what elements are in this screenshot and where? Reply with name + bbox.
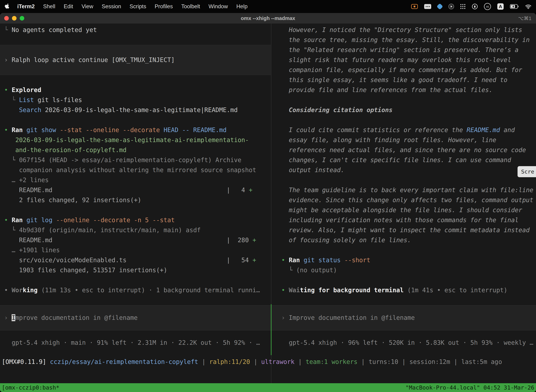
zoom-button[interactable] [20, 16, 24, 21]
terminal-line: • Waiting for background terminal (1m 41… [272, 285, 536, 295]
menu-item-session[interactable]: Session [102, 3, 121, 10]
terminal-line [0, 35, 271, 45]
screen-recording-indicator[interactable] [411, 4, 418, 9]
terminal-line [0, 115, 271, 125]
terminal-line: └ List git ls-files [0, 95, 271, 105]
terminal-line: The team guideline is to back every impo… [272, 185, 536, 195]
menu-item-edit[interactable]: Edit [64, 3, 73, 10]
terminal-line: Considering citation options [272, 105, 536, 115]
omx-status-bar: [OMX#0.11.9] cczip/essay/ai-reimplementa… [0, 357, 536, 367]
terminal-line: of focusing solely on file lines. [272, 235, 536, 245]
menu-item-window[interactable]: Window [209, 3, 228, 10]
terminal-line: references need actual files, and since … [272, 145, 536, 155]
terminal-line: the "Related research writing" section i… [272, 45, 536, 55]
apple-menu-icon[interactable] [5, 3, 10, 10]
terminal-line: slight risk that future readers may over… [272, 55, 536, 65]
raycast-icon[interactable] [437, 3, 443, 10]
terminal-line: README.md | 4 + [0, 185, 271, 195]
terminal-line [272, 275, 536, 285]
window-shortcut-hint: ⌥⌘1 [518, 15, 531, 21]
terminal-line: might be acceptable alongside the file l… [272, 205, 536, 215]
terminal-line: └ 4b9d30f (origin/main, instructkr/main,… [0, 225, 271, 235]
minimize-button[interactable] [12, 16, 17, 21]
pane-divider-active-segment [271, 304, 272, 355]
terminal-line: 2 files changed, 92 insertions(+) [0, 195, 271, 205]
tmux-session-name: [omx-cczip0:bash* [2, 384, 59, 391]
terminal-line [272, 245, 536, 255]
terminal-line [0, 75, 271, 85]
pane-left-scrollback: └ No agents completed yet› Ralph loop ac… [0, 25, 271, 295]
terminal-line [272, 95, 536, 105]
menu-items: iTerm2ShellEditViewSessionScriptsProfile… [17, 3, 248, 10]
pane-right[interactable]: However, I noticed the "Directory Struct… [272, 23, 536, 383]
battery-charging-icon[interactable] [510, 4, 519, 9]
pane-right-scrollback: However, I noticed the "Directory Struct… [272, 25, 536, 295]
menu-bar-left: iTerm2ShellEditViewSessionScriptsProfile… [5, 3, 248, 10]
circle-app-icon[interactable] [448, 4, 454, 9]
terminal-line: Search 2026-03-09-is-legal-the-same-as-l… [0, 105, 271, 115]
terminal-line: review. Also, I might want to inspect th… [272, 225, 536, 235]
pane-right-prompt-input[interactable]: › Improve documentation in @filename [272, 305, 536, 330]
menu-bar-status-icons: .61 A [411, 3, 531, 10]
pane-left-status: gpt-5.4 xhigh · main · 91% left · 2.31M … [0, 338, 271, 348]
inject-banner: › Ralph loop active continue [OMX_TMUX_I… [0, 45, 271, 75]
pane-left-prompt-input[interactable]: › Improve documentation in @filename [0, 305, 271, 330]
terminal-line: companion file, especially if more comme… [272, 65, 536, 75]
terminal-line: 1903 files changed, 513517 insertions(+) [0, 265, 271, 275]
close-button[interactable] [4, 16, 9, 21]
terminal-line: However, I noticed the "Directory Struct… [272, 25, 536, 35]
terminal-line: … +1901 lines [0, 245, 271, 255]
battery-gauge-badge[interactable]: .61 [484, 3, 491, 10]
terminal-line: └ 067f154 (HEAD -> essay/ai-reimplementa… [0, 155, 271, 165]
window-title: omx --xhigh --madmax [241, 15, 295, 21]
menu-item-view[interactable]: View [81, 3, 93, 10]
prompt-line: › Improve documentation in @filename [272, 313, 415, 323]
terminal-line: including verification notes with those … [272, 215, 536, 225]
menu-item-help[interactable]: Help [236, 3, 248, 10]
menu-item-scripts[interactable]: Scripts [129, 3, 146, 10]
terminal-line: … +2 lines [0, 175, 271, 185]
terminal-line: • Ran git show --stat --oneline --decora… [0, 125, 271, 135]
macos-menu-bar: iTerm2ShellEditViewSessionScriptsProfile… [0, 0, 536, 13]
terminal-line: changes, I can't cite specific file line… [272, 155, 536, 165]
status-text: gpt-5.4 xhigh · 96% left · 520K in · 5.8… [272, 338, 536, 348]
terminal-line: the source tree, missing the essay. Stil… [272, 35, 536, 45]
terminal-line: README.md | 280 + [0, 235, 271, 245]
terminal-line: └ No agents completed yet [0, 25, 271, 35]
dots-grid-icon[interactable] [460, 4, 466, 9]
terminal-line: I could cite commit statistics or refere… [272, 125, 536, 135]
terminal-line [272, 115, 536, 125]
terminal-line: 2026-03-09-is-legal-the-same-as-legitima… [0, 135, 271, 145]
menu-item-profiles[interactable]: Profiles [155, 3, 173, 10]
pane-left[interactable]: └ No agents completed yet› Ralph loop ac… [0, 23, 271, 383]
terminal-line: src/voice/voiceModeEnabled.ts | 54 + [0, 255, 271, 265]
terminal-line [0, 275, 271, 285]
terminal-line: companion analysis without altering the … [0, 165, 271, 175]
screen-tooltip: Scre [517, 166, 536, 177]
status-text: gpt-5.4 xhigh · main · 91% left · 2.31M … [0, 338, 271, 348]
pane-right-status: gpt-5.4 xhigh · 96% left · 520K in · 5.8… [272, 338, 536, 348]
tmux-status-bar: [omx-cczip0:bash* "MacBook-Pro-44.local"… [0, 383, 536, 392]
onepassword-icon[interactable] [472, 4, 478, 9]
terminal-line: evidence. Since this change only affects… [272, 195, 536, 205]
prompt-line: › Improve documentation in @filename [0, 313, 138, 323]
menu-item-iterm2[interactable]: iTerm2 [17, 3, 35, 10]
wifi-icon[interactable] [525, 4, 531, 9]
keyboard-icon[interactable] [424, 4, 431, 9]
terminal-line [0, 205, 271, 215]
tmux-host-clock: "MacBook-Pro-44.local" 04:52 31-Mar-26 [406, 384, 534, 391]
terminal-area: └ No agents completed yet› Ralph loop ac… [0, 23, 536, 392]
iterm-window: omx --xhigh --madmax ⌥⌘1 └ No agents com… [0, 13, 536, 392]
terminal-line: provide file and line references from th… [272, 85, 536, 95]
window-title-bar[interactable]: omx --xhigh --madmax ⌥⌘1 [0, 13, 536, 23]
terminal-line: • Ran git log --oneline --decorate -n 5 … [0, 215, 271, 225]
terminal-line: • Working (11m 13s • esc to interrupt) ·… [0, 285, 271, 295]
menu-item-shell[interactable]: Shell [43, 3, 55, 10]
terminal-line: • Ran git status --short [272, 255, 536, 265]
terminal-line: this single essay, it seems like a good … [272, 75, 536, 85]
terminal-line: • Explored [0, 85, 271, 95]
input-source-icon[interactable]: A [497, 3, 504, 10]
terminal-line: and-the-erosion-of-copyleft.md [0, 145, 271, 155]
terminal-line: └ (no output) [272, 265, 536, 275]
menu-item-toolbelt[interactable]: Toolbelt [181, 3, 200, 10]
